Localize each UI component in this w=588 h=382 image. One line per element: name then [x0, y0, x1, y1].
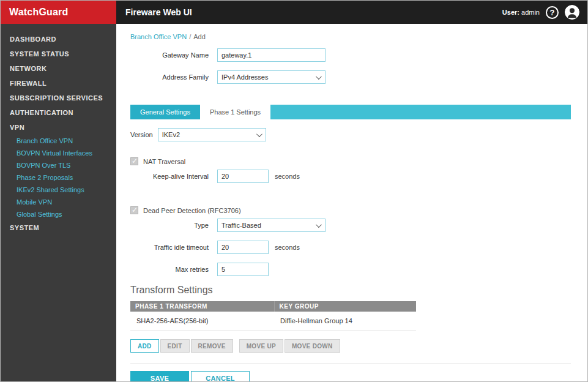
transform-buttons: ADD EDIT REMOVE MOVE UP MOVE DOWN	[130, 339, 587, 353]
key-group-cell: Diffie-Hellman Group 14	[274, 312, 416, 331]
breadcrumb-separator: /	[189, 33, 191, 40]
settings-tabs: General Settings Phase 1 Settings	[130, 105, 571, 119]
dead-peer-detection-row: Dead Peer Detection (RFC3706)	[130, 206, 587, 214]
dpd-type-row: Type Traffic-Based	[130, 219, 587, 232]
nat-traversal-checkbox[interactable]	[130, 157, 138, 165]
sidebar-subitem-ikev2-shared-settings[interactable]: IKEv2 Shared Settings	[1, 184, 116, 196]
transform-table-header: PHASE 1 TRANSFORM KEY GROUP	[130, 301, 416, 312]
nat-traversal-label: NAT Traversal	[143, 158, 185, 165]
body: DASHBOARD SYSTEM STATUS NETWORK FIREWALL…	[1, 24, 587, 381]
address-family-select[interactable]: IPv4 Addresses	[217, 70, 326, 84]
transform-settings-title: Transform Settings	[130, 285, 587, 296]
column-key-group: KEY GROUP	[274, 301, 416, 312]
fireware-web-ui-window: WatchGuard Fireware Web UI User: admin ?…	[0, 0, 588, 382]
traffic-idle-timeout-input[interactable]	[217, 241, 269, 254]
move-down-button[interactable]: MOVE DOWN	[285, 339, 340, 353]
logo-text: WatchGuard	[9, 7, 69, 18]
sidebar-subitem-branch-office-vpn[interactable]: Branch Office VPN	[1, 135, 116, 147]
move-up-button[interactable]: MOVE UP	[239, 339, 283, 353]
sidebar-item-dashboard[interactable]: DASHBOARD	[1, 32, 116, 47]
edit-button[interactable]: EDIT	[160, 339, 190, 353]
add-button[interactable]: ADD	[130, 339, 159, 353]
sidebar-subitem-phase-2-proposals[interactable]: Phase 2 Proposals	[1, 171, 116, 184]
chevron-down-icon	[256, 131, 262, 137]
tab-phase-1-settings[interactable]: Phase 1 Settings	[200, 105, 270, 119]
app-title: Fireware Web UI	[125, 7, 192, 17]
version-value: IKEv2	[162, 131, 180, 138]
user-name: admin	[521, 9, 540, 16]
keep-alive-label: Keep-alive Interval	[130, 173, 209, 180]
top-bar-right: User: admin ?	[502, 5, 587, 20]
transform-cell: SHA2-256-AES(256-bit)	[130, 312, 274, 331]
traffic-idle-timeout-row: Traffic idle timeout seconds	[130, 241, 587, 254]
keep-alive-input[interactable]	[217, 170, 269, 183]
sidebar-subitem-mobile-vpn[interactable]: Mobile VPN	[1, 196, 116, 208]
traffic-idle-timeout-unit: seconds	[275, 244, 300, 251]
dead-peer-detection-label: Dead Peer Detection (RFC3706)	[143, 207, 241, 214]
sidebar-item-firewall[interactable]: FIREWALL	[1, 76, 116, 91]
form-footer: SAVE CANCEL	[130, 363, 571, 381]
column-phase-1-transform: PHASE 1 TRANSFORM	[130, 301, 274, 312]
watchguard-logo: WatchGuard	[1, 1, 116, 24]
user-label: User:	[502, 9, 519, 16]
transform-table: PHASE 1 TRANSFORM KEY GROUP SHA2-256-AES…	[130, 301, 416, 331]
current-user: User: admin	[502, 9, 540, 16]
max-retries-label: Max retries	[130, 266, 209, 273]
gateway-name-input[interactable]	[217, 48, 326, 62]
dpd-type-value: Traffic-Based	[221, 222, 261, 229]
sidebar: DASHBOARD SYSTEM STATUS NETWORK FIREWALL…	[1, 24, 116, 381]
version-select[interactable]: IKEv2	[158, 128, 266, 141]
account-icon[interactable]	[565, 5, 579, 20]
dpd-type-label: Type	[130, 222, 209, 229]
sidebar-item-system-status[interactable]: SYSTEM STATUS	[1, 47, 116, 61]
breadcrumb-current: Add	[193, 33, 206, 40]
dead-peer-detection-checkbox[interactable]	[130, 206, 138, 214]
max-retries-row: Max retries	[130, 263, 587, 276]
save-button[interactable]: SAVE	[130, 371, 189, 381]
remove-button[interactable]: REMOVE	[191, 339, 233, 353]
keep-alive-row: Keep-alive Interval seconds	[130, 170, 587, 183]
gateway-name-row: Gateway Name	[130, 48, 587, 62]
traffic-idle-timeout-label: Traffic idle timeout	[130, 244, 209, 251]
breadcrumb: Branch Office VPN/Add	[130, 33, 587, 40]
main-content: Branch Office VPN/Add Gateway Name Addre…	[116, 24, 587, 381]
address-family-row: Address Family IPv4 Addresses	[130, 70, 587, 84]
sidebar-item-authentication[interactable]: AUTHENTICATION	[1, 105, 116, 120]
sidebar-subitem-bovpn-virtual-interfaces[interactable]: BOVPN Virtual Interfaces	[1, 147, 116, 159]
version-label: Version	[130, 131, 153, 138]
chevron-down-icon	[316, 222, 322, 228]
address-family-value: IPv4 Addresses	[221, 73, 268, 81]
address-family-label: Address Family	[130, 73, 209, 81]
max-retries-input[interactable]	[217, 263, 269, 276]
gateway-name-label: Gateway Name	[130, 51, 209, 59]
tab-general-settings[interactable]: General Settings	[130, 105, 200, 119]
sidebar-item-network[interactable]: NETWORK	[1, 61, 116, 76]
sidebar-subitem-bovpn-over-tls[interactable]: BOVPN Over TLS	[1, 159, 116, 171]
nat-traversal-row: NAT Traversal	[130, 157, 587, 165]
breadcrumb-link-branch-office-vpn[interactable]: Branch Office VPN	[130, 33, 187, 40]
sidebar-subitem-global-settings[interactable]: Global Settings	[1, 208, 116, 220]
person-icon	[565, 5, 579, 20]
sidebar-item-vpn[interactable]: VPN	[1, 120, 116, 135]
sidebar-item-subscription-services[interactable]: SUBSCRIPTION SERVICES	[1, 91, 116, 105]
version-row: Version IKEv2	[130, 128, 587, 141]
dpd-type-select[interactable]: Traffic-Based	[217, 219, 326, 232]
cancel-button[interactable]: CANCEL	[191, 371, 250, 381]
sidebar-item-system[interactable]: SYSTEM	[1, 220, 116, 235]
table-row[interactable]: SHA2-256-AES(256-bit) Diffie-Hellman Gro…	[130, 312, 416, 331]
top-bar: WatchGuard Fireware Web UI User: admin ?	[1, 1, 587, 24]
chevron-down-icon	[316, 73, 322, 80]
help-icon[interactable]: ?	[546, 6, 559, 19]
keep-alive-unit: seconds	[275, 173, 300, 180]
